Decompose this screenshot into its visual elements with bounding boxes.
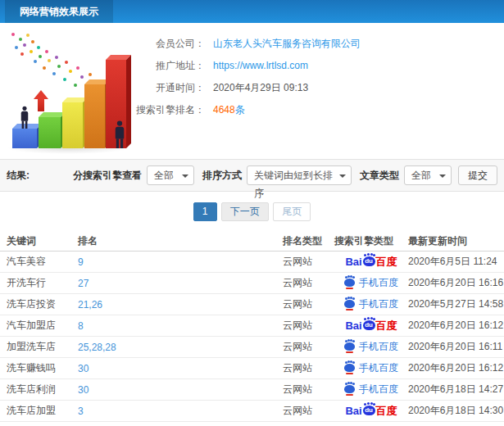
keyword-cell: 开洗车行	[7, 276, 78, 290]
info-row-url: 推广地址： https://www.lrtlsd.com	[129, 55, 504, 77]
member-info-list: 会员公司： 山东老人头汽车服务咨询有限公司 推广地址： https://www.…	[129, 23, 504, 121]
rank-type-cell: 云网站	[283, 340, 334, 354]
baidu-mobile-logo: 手机百度	[344, 276, 398, 290]
pagination: 1 下一页 尾页	[0, 202, 504, 221]
up-arrow-icon	[34, 90, 48, 111]
baidu-paw-icon	[344, 385, 355, 393]
table-row: 洗车店利润 30 云网站 Baidu百度 手机百度 2020年6月18日 14:…	[0, 379, 504, 401]
table-row: 加盟洗车店 25,28,28 云网站 Baidu百度 手机百度 2020年6月2…	[0, 337, 504, 358]
rank-cell[interactable]: 30	[78, 384, 283, 396]
updated-cell: 2020年6月20日 16:16	[408, 276, 504, 290]
rank-type-cell: 云网站	[283, 276, 334, 290]
header-engine-type: 搜索引擎类型	[334, 234, 408, 248]
keyword-cell: 洗车店投资	[7, 297, 78, 311]
table-row: 汽车美容 9 云网站 Baidu百度 手机百度 2020年6月5日 11:24	[0, 252, 504, 273]
baidu-paw-icon	[344, 364, 355, 372]
rank-type-cell: 云网站	[283, 404, 334, 418]
submit-button[interactable]: 提交	[458, 165, 497, 185]
table-header-row: 关键词 排名 排名类型 搜索引擎类型 最新更新时间	[0, 231, 504, 252]
baidu-paw-icon: du	[363, 406, 375, 415]
chevron-down-icon	[439, 174, 446, 178]
engine-cell: Baidu百度 手机百度	[334, 383, 408, 397]
updated-cell: 2020年6月20日 16:12	[408, 361, 504, 375]
baidu-mobile-logo: 手机百度	[344, 340, 398, 354]
updated-cell: 2020年6月5日 11:24	[408, 255, 504, 269]
rank-cell[interactable]: 8	[78, 320, 283, 332]
rank-cell[interactable]: 21,26	[78, 299, 283, 310]
keyword-cell: 洗车赚钱吗	[7, 361, 78, 375]
table-row: 洗车赚钱吗 30 云网站 Baidu百度 手机百度 2020年6月20日 16:…	[0, 358, 504, 379]
open-time-value: 2020年4月29日 09:13	[213, 77, 308, 99]
rank-type-cell: 云网站	[283, 297, 334, 311]
company-label: 会员公司：	[129, 33, 205, 55]
engine-filter-select[interactable]: 全部	[147, 165, 194, 185]
keyword-cell: 洗车店加盟	[7, 404, 78, 418]
page-1-button[interactable]: 1	[193, 202, 217, 221]
rank-unit: 条	[235, 104, 245, 116]
chevron-down-icon	[182, 174, 188, 178]
bar-green	[39, 117, 61, 148]
info-row-company: 会员公司： 山东老人头汽车服务咨询有限公司	[129, 33, 504, 55]
member-info-section: 会员公司： 山东老人头汽车服务咨询有限公司 推广地址： https://www.…	[0, 23, 504, 159]
keyword-cell: 洗车店利润	[7, 383, 78, 397]
businessman-right-figure	[114, 120, 126, 148]
filter-bar: 结果: 分搜索引擎查看 全部 排序方式 关键词由短到长排序 文章类型 全部 提交	[0, 159, 504, 192]
rank-cell[interactable]: 27	[78, 278, 283, 289]
keyword-cell: 加盟洗车店	[7, 340, 78, 354]
baidu-pc-logo: Baidu百度	[345, 319, 397, 333]
next-page-button[interactable]: 下一页	[221, 202, 269, 221]
info-row-engine-rank: 搜索引擎排名： 4648条	[129, 99, 504, 121]
rank-cell[interactable]: 9	[78, 256, 283, 268]
last-page-button[interactable]: 尾页	[273, 202, 311, 221]
table-row: 洗车店投资 21,26 云网站 Baidu百度 手机百度 2020年5月27日 …	[0, 294, 504, 315]
rank-count: 4648	[213, 104, 235, 116]
engine-cell: Baidu百度 手机百度	[334, 361, 408, 375]
header-keyword: 关键词	[7, 234, 78, 248]
baidu-pc-logo: Baidu百度	[345, 255, 397, 270]
updated-cell: 2020年6月20日 16:12	[408, 319, 504, 333]
article-type-select[interactable]: 全部	[404, 165, 452, 185]
sort-selected-value: 关键词由短到长排序	[254, 170, 333, 199]
company-link[interactable]: 山东老人头汽车服务咨询有限公司	[213, 33, 361, 55]
rank-cell[interactable]: 25,28,28	[78, 342, 283, 353]
engine-filter-label: 分搜索引擎查看	[73, 169, 142, 183]
engine-rank-value[interactable]: 4648条	[213, 99, 245, 121]
rank-type-cell: 云网站	[283, 383, 334, 397]
article-type-label: 文章类型	[360, 169, 399, 183]
open-time-label: 开通时间：	[129, 77, 205, 99]
updated-cell: 2020年6月20日 16:11	[408, 340, 504, 354]
engine-filter-selected-value: 全部	[154, 170, 174, 181]
table-row: 洗车店加盟 3 云网站 Baidu百度 手机百度 2020年6月18日 14:3…	[0, 401, 504, 422]
table-row: 汽车加盟店 8 云网站 Baidu百度 手机百度 2020年6月20日 16:1…	[0, 315, 504, 337]
sort-select[interactable]: 关键词由短到长排序	[247, 165, 352, 185]
baidu-paw-icon	[344, 342, 355, 351]
engine-cell: Baidu百度 手机百度	[334, 319, 408, 333]
updated-cell: 2020年6月18日 14:27	[408, 383, 504, 397]
baidu-paw-icon	[344, 300, 355, 308]
header-rank-type: 排名类型	[283, 234, 334, 248]
rank-cell[interactable]: 3	[78, 406, 283, 417]
keyword-ranking-table: 关键词 排名 排名类型 搜索引擎类型 最新更新时间 汽车美容 9 云网站 Bai…	[0, 231, 504, 422]
baidu-mobile-logo: 手机百度	[344, 383, 398, 397]
promo-url-label: 推广地址：	[129, 55, 205, 77]
bar-orange	[84, 84, 105, 148]
table-row: 开洗车行 27 云网站 Baidu百度 手机百度 2020年6月20日 16:1…	[0, 273, 504, 294]
rank-cell[interactable]: 30	[78, 363, 283, 374]
info-row-open-time: 开通时间： 2020年4月29日 09:13	[129, 77, 504, 99]
confetti-dots	[11, 33, 15, 36]
header-rank: 排名	[78, 234, 283, 248]
rank-type-cell: 云网站	[283, 319, 334, 333]
engine-cell: Baidu百度 手机百度	[334, 340, 408, 354]
updated-cell: 2020年5月27日 14:58	[408, 297, 504, 311]
baidu-paw-icon: du	[363, 256, 375, 266]
baidu-paw-icon	[344, 279, 355, 287]
promo-url-link[interactable]: https://www.lrtlsd.com	[213, 55, 308, 77]
engine-cell: Baidu百度 手机百度	[334, 255, 408, 270]
bar-blue	[12, 129, 37, 148]
rank-type-cell: 云网站	[283, 255, 334, 269]
result-label: 结果:	[7, 169, 30, 183]
engine-cell: Baidu百度 手机百度	[334, 404, 408, 419]
rank-type-cell: 云网站	[283, 361, 334, 375]
baidu-mobile-logo: 手机百度	[344, 361, 398, 375]
engine-rank-label: 搜索引擎排名：	[129, 99, 205, 121]
